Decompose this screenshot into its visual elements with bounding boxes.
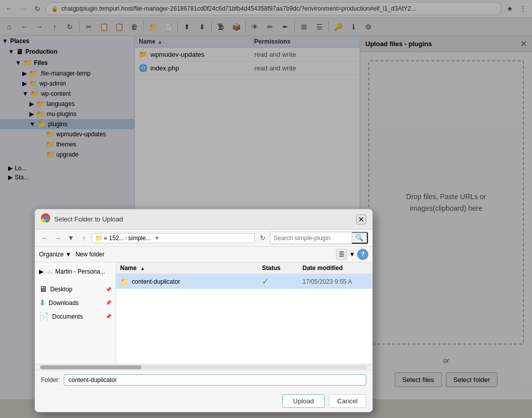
help-button[interactable]: ? [357,249,368,260]
file-status-cell: ✓ [262,277,302,286]
file-name-label: content-duplicator [132,278,180,285]
os-file-header: Name ▲ Status Date modified [116,262,372,274]
pin-icon: 📌 [105,314,111,319]
sort-up-icon: ▲ [140,266,145,271]
view-options-button[interactable]: ☰ [336,249,347,260]
file-name-cell: 📁 content-duplicator [120,278,262,286]
breadcrumb[interactable]: 📁 « 152... › simple... ▼ [92,233,255,243]
folder-input[interactable] [64,374,366,386]
file-date-cell: 17/05/2023 9:55 A [302,278,368,285]
nav-down-button[interactable]: ▼ [65,233,77,244]
os-dialog-toolbar2: Organize ▼ New folder ☰ ▼ ? [35,247,372,262]
nav-refresh-button[interactable]: ↻ [257,233,268,244]
col-date-header[interactable]: Date modified [302,264,368,272]
nav-back-button[interactable]: ← [39,233,50,244]
scrollbar-track [40,365,367,369]
os-dialog-titlebar: Select Folder to Upload ✕ [35,209,372,230]
downloads-icon: ⬇ [39,298,46,308]
status-ok-icon: ✓ [262,277,269,286]
pin-icon: 📌 [105,287,111,292]
col-status-label: Status [262,264,281,272]
list-item[interactable]: 📁 content-duplicator ✓ 17/05/2023 9:55 A [116,274,372,289]
view-sep: ▼ [349,251,355,258]
col-name-label: Name [120,264,137,272]
search-button[interactable]: 🔍 [352,232,368,244]
folder-label: Folder: [41,376,60,384]
scrollbar-thumb[interactable] [40,365,141,369]
dialog-close-button[interactable]: ✕ [356,214,366,224]
col-name-header[interactable]: Name ▲ [120,264,262,272]
os-dialog: Select Folder to Upload ✕ ← → ▼ ↑ 📁 « 15… [34,209,373,412]
sidebar-item-label: Downloads [49,299,79,307]
breadcrumb-dropdown-icon[interactable]: ▼ [154,235,160,242]
chrome-icon [41,213,50,225]
new-folder-button[interactable]: New folder [75,251,104,258]
os-dialog-content: ▶ ☁️ Martin - Persona... 🖥 Desktop 📌 ⬇ D… [35,262,372,364]
search-box[interactable]: 🔍 [270,232,368,244]
os-dialog-nav: ← → ▼ ↑ 📁 « 152... › simple... ▼ ↻ 🔍 [35,230,372,247]
col-status-header[interactable]: Status [262,264,302,272]
breadcrumb-text2: simple... [128,235,151,242]
breadcrumb-sep-icon: › [125,235,127,242]
os-file-area: Name ▲ Status Date modified 📁 content-du… [116,262,372,364]
sidebar-group-label: Martin - Persona... [55,268,105,275]
cloud-icon: ☁️ [46,268,53,275]
os-dialog-footer: Folder: [35,370,372,390]
sidebar-item-label: Documents [52,313,83,320]
pin-icon: 📌 [105,300,111,306]
expand-icon: ▶ [39,268,44,275]
scrollbar-area [35,364,372,370]
os-dialog-sidebar: ▶ ☁️ Martin - Persona... 🖥 Desktop 📌 ⬇ D… [35,262,116,364]
desktop-icon: 🖥 [39,285,47,294]
folder-icon: 📁 [120,278,129,286]
sidebar-item-desktop[interactable]: 🖥 Desktop 📌 [35,283,116,296]
sidebar-item-downloads[interactable]: ⬇ Downloads 📌 [35,296,116,310]
dialog-title-text: Select Folder to Upload [54,215,123,223]
dialog-overlay: Select Folder to Upload ✕ ← → ▼ ↑ 📁 « 15… [0,0,532,418]
toolbar-right: ☰ ▼ ? [336,249,368,260]
nav-forward-button[interactable]: → [52,233,63,244]
os-dialog-title: Select Folder to Upload [41,213,123,225]
breadcrumb-text1: « 152... [104,235,124,242]
documents-icon: 📄 [39,312,49,321]
sidebar-item-label: Desktop [50,286,72,293]
sidebar-item-documents[interactable]: 📄 Documents 📌 [35,310,116,323]
breadcrumb-part1: 📁 [95,235,103,242]
sidebar-group-martin[interactable]: ▶ ☁️ Martin - Persona... [35,267,116,277]
nav-up-button[interactable]: ↑ [79,233,90,244]
sidebar-spacer [35,279,116,283]
search-input[interactable] [271,234,352,243]
upload-confirm-button[interactable]: Upload [282,394,324,408]
organize-button[interactable]: Organize ▼ [39,251,71,258]
cancel-button[interactable]: Cancel [329,394,366,408]
col-date-label: Date modified [302,264,343,272]
os-dialog-action-buttons: Upload Cancel [35,390,372,412]
sidebar-section-cloud: ▶ ☁️ Martin - Persona... [35,267,116,277]
